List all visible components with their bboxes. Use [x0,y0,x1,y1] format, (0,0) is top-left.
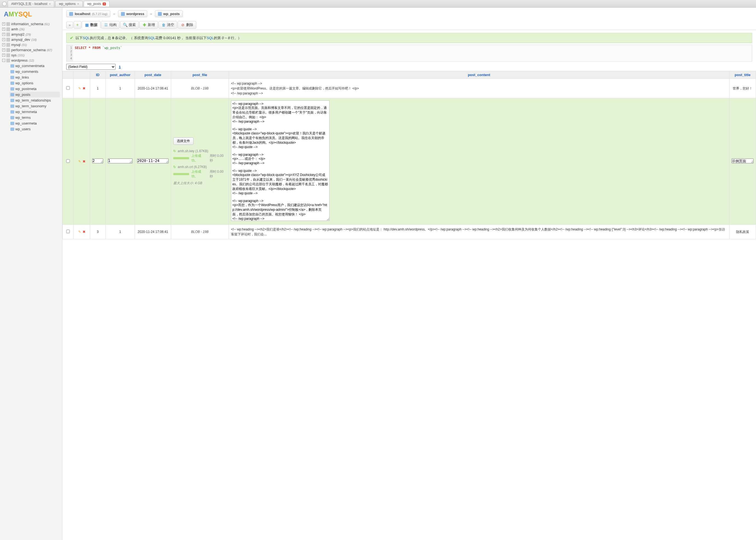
tab-wp-options[interactable]: wp_options × [55,1,82,7]
db-name: information_schema [11,22,43,26]
table-item-wp_term_relationships[interactable]: wp_term_relationships [9,97,60,103]
delete-icon[interactable]: ✖ [83,86,85,90]
close-icon[interactable]: × [77,2,79,5]
close-icon[interactable]: × [103,2,106,5]
field-select[interactable]: (Select Field) [66,64,115,70]
sql-link[interactable]: SQL [83,36,90,40]
content-textarea[interactable]: <!-- wp:paragraph --> <p>这是示范页面。页面和博客文章不… [231,100,329,221]
breadcrumb: localhost (5.7.27-log) » wordpress » wp_… [63,8,756,20]
tab-search[interactable]: 🔍搜索 [120,21,139,29]
db-item-information_schema[interactable]: +information_schema (61) [2,21,60,27]
table-icon [10,76,14,79]
toolbar-plus[interactable]: + [73,21,81,29]
toolbar-more[interactable]: » [66,22,73,29]
page-number[interactable]: 1 [119,65,121,69]
breadcrumb-db[interactable]: wordpress [118,10,148,17]
cell-title: 世界，您好！ [729,79,756,98]
db-item-sys[interactable]: +sys (101) [2,53,60,58]
table-item-wp_usermeta[interactable]: wp_usermeta [9,120,60,126]
db-name: mysql [11,43,21,47]
tab-add[interactable]: ✚新增 [139,21,158,29]
table-item-wp_options[interactable]: wp_options [9,80,60,86]
close-icon[interactable]: × [49,2,51,5]
cell-date: 2020-11-24 17:06:41 [135,225,171,239]
author-input[interactable]: 1 [108,159,132,163]
upload-time: 用时:0.00秒 [210,154,226,163]
title-input[interactable]: 示例页面 [732,159,754,163]
date-input[interactable]: 2020-11-24 17:06:41 [137,159,169,163]
db-item-amysql_dev[interactable]: +amysql_dev (18) [2,37,60,42]
row-checkbox[interactable] [66,86,70,90]
col-post_title[interactable]: post_title [729,71,756,79]
edit-icon[interactable]: ✎ [78,86,81,90]
db-item-performance_schema[interactable]: +performance_schema (87) [2,47,60,53]
row-checkbox[interactable] [66,159,70,163]
main-panel: localhost (5.7.27-log) » wordpress » wp_… [63,8,756,540]
table-item-wp_comments[interactable]: wp_comments [9,69,60,74]
col-post_file[interactable]: post_file [171,71,229,79]
list-icon: ☰ [104,23,108,27]
expand-icon[interactable]: + [2,49,5,52]
refresh-icon[interactable]: ↻ [173,149,176,153]
table-item-wp_termmeta[interactable]: wp_termmeta [9,109,60,115]
db-item-amysql2[interactable]: +amysql2 (29) [2,32,60,37]
tab-data[interactable]: ▦数据 [82,21,100,29]
expand-icon[interactable]: + [2,38,5,41]
trash-icon: 🗑 [162,23,166,27]
table-item-wp_commentmeta[interactable]: wp_commentmeta [9,63,60,69]
expand-icon[interactable]: + [2,28,5,31]
tab-delete[interactable]: ⊘删除 [178,21,196,29]
db-item-amh[interactable]: +amh (26) [2,27,60,32]
table-icon [10,87,14,90]
table-item-wp_links[interactable]: wp_links [9,74,60,80]
db-name: wordpress [11,58,28,63]
server-icon [69,12,73,16]
tab-home[interactable]: AMYSQL主页 - localhost × [8,1,54,7]
breadcrumb-table[interactable]: wp_posts [155,10,183,17]
choose-file-button[interactable]: 选择文件 [173,137,193,145]
expand-icon[interactable]: − [2,59,5,62]
db-count: (12) [29,59,34,62]
expand-icon[interactable]: + [2,22,5,26]
expand-icon[interactable]: + [2,33,5,36]
db-name: performance_schema [11,48,46,52]
edit-icon[interactable]: ✎ [78,230,81,234]
edit-icon[interactable]: ✎ [78,160,81,163]
table-icon [10,110,14,114]
table-item-wp_terms[interactable]: wp_terms [9,115,60,120]
db-item-mysql[interactable]: +mysql (31) [2,42,60,47]
db-item-wordpress[interactable]: −wordpress (12) [2,58,60,63]
sql-code: SELECT * FROM `wp_posts` [73,45,752,61]
search-icon: 🔍 [123,23,128,27]
table-item-wp_postmeta[interactable]: wp_postmeta [9,86,60,92]
table-name: wp_comments [15,69,38,73]
table-item-wp_users[interactable]: wp_users [9,126,60,132]
col-post_content[interactable]: post_content [229,71,729,79]
tab-clear[interactable]: 🗑清空 [159,21,177,29]
col-post_date[interactable]: post_date [135,71,171,79]
sql-editor[interactable]: 1234 SELECT * FROM `wp_posts` [66,45,752,62]
window-menu-icon[interactable] [2,2,7,6]
table-icon [10,64,14,68]
breadcrumb-host[interactable]: localhost (5.7.27-log) [66,10,110,17]
sql-link[interactable]: SQL [207,36,214,40]
table-icon [10,99,14,102]
db-name: amysql_dev [11,38,30,42]
table-icon [10,70,14,73]
expand-icon[interactable]: + [2,43,5,46]
table-item-wp_posts[interactable]: wp_posts [9,92,60,97]
table-item-wp_term_taxonomy[interactable]: wp_term_taxonomy [9,103,60,109]
delete-icon[interactable]: ✖ [83,230,85,234]
tab-wp-posts[interactable]: wp_posts × [84,1,110,7]
sql-link[interactable]: SQL [148,36,155,40]
col-ID[interactable]: ID [90,71,106,79]
id-input[interactable]: 2 [92,159,103,163]
delete-icon: ⊘ [181,23,185,27]
delete-icon[interactable]: ✖ [83,160,85,163]
table-name: wp_postmeta [15,87,37,91]
col-post_author[interactable]: post_author [106,71,135,79]
refresh-icon[interactable]: ↻ [173,165,176,169]
expand-icon[interactable]: + [2,54,5,57]
row-checkbox[interactable] [66,230,70,233]
tab-struct[interactable]: ☰结构 [101,21,120,29]
